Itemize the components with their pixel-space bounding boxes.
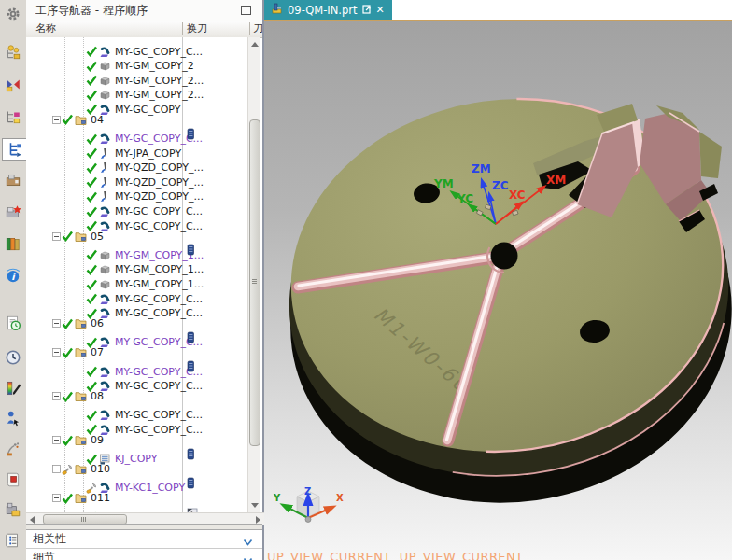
collapse-icon[interactable] <box>50 436 62 444</box>
tree-row[interactable]: MY-GC_COPY_C... <box>26 401 251 416</box>
constraint-navigator-icon[interactable] <box>3 75 23 95</box>
collapse-icon[interactable] <box>50 465 62 473</box>
tree-column-header: 名称 换刀 刀 <box>26 21 262 38</box>
center-hole <box>491 243 518 270</box>
system-visualization-icon[interactable] <box>3 439 23 459</box>
tree-row[interactable]: MY-GM_COPY_2 <box>26 52 251 67</box>
part-icon <box>272 3 283 17</box>
collapse-icon[interactable] <box>50 116 62 124</box>
axis-label-yc: YC <box>457 192 473 205</box>
tree-row[interactable]: MY-GM_COPY_2... <box>26 66 251 81</box>
panel-title: 工序导航器 - 程序顺序 <box>26 4 148 17</box>
section-details[interactable]: 细节 <box>26 549 262 560</box>
tree-row[interactable]: MY-KC1_COPY <box>26 474 251 489</box>
roles-gear-icon[interactable] <box>3 4 23 24</box>
tab-part[interactable]: 09-QM-IN.prt ✕ <box>264 0 392 20</box>
scroll-left-icon[interactable] <box>30 516 35 524</box>
nx-window: i 工序导航器 - 程序顺序 名称 换刀 刀 MY-GC_COPY_C...MY… <box>0 0 732 560</box>
tab-bar: 09-QM-IN.prt ✕ <box>264 0 732 21</box>
column-divider[interactable] <box>182 22 183 35</box>
scroll-up-icon[interactable] <box>251 42 259 47</box>
column-tool-change[interactable]: 换刀 <box>187 21 207 37</box>
tab-label: 09-QM-IN.prt <box>288 4 358 17</box>
checkout-icon[interactable] <box>362 4 372 17</box>
graphics-area: 09-QM-IN.prt ✕ <box>264 0 732 560</box>
column-name[interactable]: 名称 <box>35 21 56 37</box>
materials-palette-icon[interactable] <box>3 378 23 399</box>
library-icon[interactable] <box>3 233 23 254</box>
tree-row[interactable]: 010 <box>26 459 251 474</box>
chevron-down-icon[interactable] <box>243 553 253 560</box>
scrollbar-thumb[interactable] <box>249 119 260 446</box>
tree-row[interactable]: 04 <box>26 110 251 125</box>
tree-row[interactable]: MY-QZD_COPY_... <box>26 168 251 183</box>
maximize-icon[interactable] <box>241 6 251 15</box>
tree-row[interactable]: MY-GC_COPY_C... <box>26 300 251 315</box>
tree-row[interactable]: MY-GM_COPY_2... <box>26 81 251 96</box>
tree-row[interactable]: MY-GC_COPY_C... <box>26 329 251 343</box>
tree-row[interactable]: MY-GC_COPY <box>26 95 251 110</box>
roles-person-icon[interactable] <box>3 408 23 428</box>
tree-row[interactable]: 07 <box>26 343 251 357</box>
tree-row[interactable]: MY-GC_COPY_C... <box>26 415 251 430</box>
tree-row[interactable]: MY-GC_COPY_C... <box>26 198 251 213</box>
history-document-icon[interactable] <box>3 313 23 333</box>
tree-row[interactable]: MY-GC_COPY_C... <box>26 212 251 227</box>
view-triad: Y X Z <box>273 486 344 523</box>
collapse-icon[interactable] <box>50 392 62 400</box>
resource-bar: i <box>0 0 27 560</box>
tree-row[interactable]: MY-QZD_COPY_... <box>26 154 251 169</box>
collapse-icon[interactable] <box>50 494 62 502</box>
tree-row[interactable]: 06 <box>26 314 251 329</box>
axis-label-xm: XM <box>546 174 566 187</box>
model-scene: M1-W0-60 <box>264 21 732 560</box>
triad-label-y: Y <box>273 493 281 503</box>
collapse-icon[interactable] <box>50 232 62 241</box>
axis-label-ym: YM <box>433 177 454 190</box>
tree-row[interactable]: KJ_COPY <box>26 445 251 460</box>
axis-label-xc: XC <box>509 189 526 202</box>
template-library-icon[interactable] <box>3 469 23 490</box>
tree-row[interactable]: 05 <box>26 227 251 242</box>
panel-title-bar: 工序导航器 - 程序顺序 <box>26 0 262 21</box>
scroll-down-icon[interactable] <box>251 503 259 508</box>
tree-row[interactable]: 011 <box>26 488 251 503</box>
triad-label-z: Z <box>304 486 311 497</box>
machine-tool-navigator-icon[interactable] <box>3 170 23 190</box>
assembly-navigator-icon[interactable] <box>3 42 23 63</box>
history-icon[interactable] <box>3 347 23 368</box>
operation-navigator-icon[interactable] <box>2 138 27 161</box>
tree-row[interactable]: MY-GM_COPY_1... <box>26 256 251 271</box>
panel-sections: 相关性 细节 <box>26 524 262 560</box>
tree-row[interactable]: 09 <box>26 430 251 445</box>
tree-row[interactable]: MY-GM_COPY_1... <box>26 271 251 286</box>
tree-row[interactable]: MY-QZD_COPY_... <box>26 183 251 198</box>
section-dependencies[interactable]: 相关性 <box>26 530 262 549</box>
collapse-icon[interactable] <box>50 348 62 357</box>
section-separator[interactable] <box>26 524 262 530</box>
tree-row[interactable]: MY-GC_COPY_C... <box>26 357 251 372</box>
tree-row[interactable]: DDK_COPY_1 <box>26 503 251 512</box>
column-tool[interactable]: 刀 <box>253 21 262 37</box>
vertical-scrollbar[interactable] <box>247 37 260 512</box>
tree-row[interactable]: MY-JPA_COPY <box>26 139 251 154</box>
tree-row[interactable]: 08 <box>26 386 251 401</box>
operation-navigator-panel: 工序导航器 - 程序顺序 名称 换刀 刀 MY-GC_COPY_C...MY-G… <box>26 0 264 560</box>
collapse-icon[interactable] <box>50 319 62 328</box>
notes-list-icon[interactable] <box>3 530 23 551</box>
close-icon[interactable]: ✕ <box>376 4 385 16</box>
part-navigator-icon[interactable] <box>3 106 23 127</box>
tree-row[interactable]: MY-GC_COPY_C... <box>26 125 251 140</box>
web-browser-icon[interactable]: i <box>3 265 23 286</box>
viewport-3d[interactable]: M1-W0-60 <box>264 21 732 560</box>
machine-library-icon[interactable] <box>3 499 23 520</box>
column-divider[interactable] <box>249 22 250 35</box>
tree-row[interactable]: MY-GC_COPY_C... <box>26 285 251 300</box>
tree-row[interactable]: MY-GC_COPY_C... <box>26 37 251 52</box>
tree-row[interactable]: MY-GM_COPY_1... <box>26 241 251 256</box>
axis-label-zc: ZC <box>492 179 509 192</box>
view-status-text: UP_VIEW_CURRENT UP_VIEW_CURRENT <box>267 550 523 560</box>
machining-feature-navigator-icon[interactable] <box>3 202 23 222</box>
tree-row[interactable]: MY-GC_COPY_C... <box>26 372 251 387</box>
scroll-right-icon[interactable] <box>256 516 260 524</box>
